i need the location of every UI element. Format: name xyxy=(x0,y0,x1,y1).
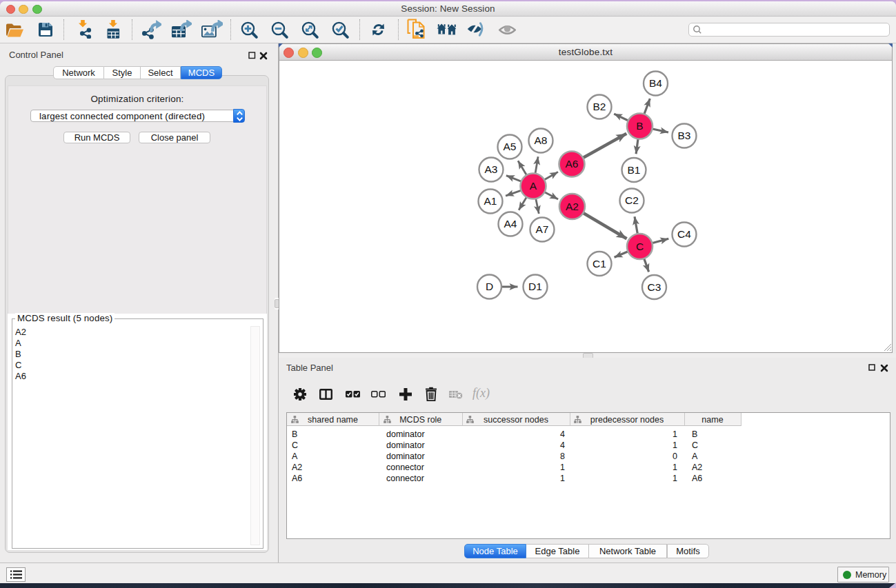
svg-text:A6: A6 xyxy=(566,158,579,170)
svg-text:C3: C3 xyxy=(648,281,661,293)
svg-text:D1: D1 xyxy=(528,281,542,292)
svg-text:B: B xyxy=(636,120,643,132)
svg-text:C: C xyxy=(636,241,644,252)
svg-text:B1: B1 xyxy=(628,164,641,176)
svg-text:A2: A2 xyxy=(566,201,579,212)
svg-text:B2: B2 xyxy=(593,101,606,112)
svg-text:B4: B4 xyxy=(649,77,662,89)
svg-text:C2: C2 xyxy=(625,194,639,206)
svg-text:A7: A7 xyxy=(536,223,549,235)
svg-text:A: A xyxy=(530,180,537,192)
svg-text:C4: C4 xyxy=(677,228,691,240)
svg-text:A8: A8 xyxy=(535,134,548,146)
svg-text:B3: B3 xyxy=(678,130,691,141)
svg-text:C1: C1 xyxy=(593,258,606,270)
svg-text:A5: A5 xyxy=(504,141,517,152)
svg-text:D: D xyxy=(486,281,493,292)
svg-text:A4: A4 xyxy=(504,218,517,230)
svg-text:A3: A3 xyxy=(485,163,498,175)
svg-text:A1: A1 xyxy=(484,195,497,207)
